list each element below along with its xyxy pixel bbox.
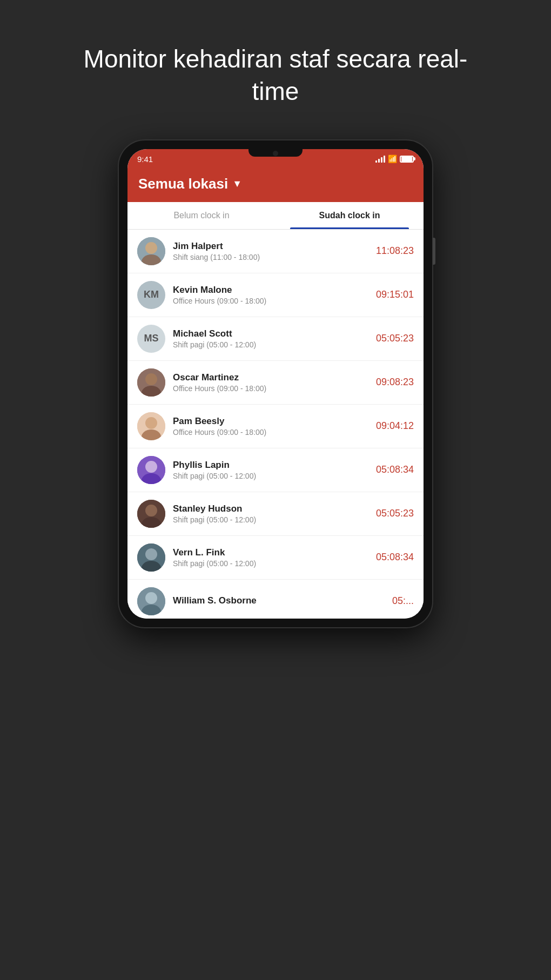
employee-info: Kevin Malone Office Hours (09:00 - 18:00… (173, 285, 368, 305)
employee-name: Michael Scott (173, 328, 368, 339)
list-item[interactable]: Phyllis Lapin Shift pagi (05:00 - 12:00)… (127, 448, 424, 492)
svg-point-1 (145, 242, 157, 254)
clock-in-time: 05:05:23 (376, 333, 414, 344)
clock-in-time: 05:08:34 (376, 464, 414, 475)
employee-shift: Shift pagi (05:00 - 12:00) (173, 340, 368, 349)
clock-in-time: 09:15:01 (376, 289, 414, 300)
avatar (137, 543, 165, 572)
avatar (137, 456, 165, 484)
employee-list: Jim Halpert Shift siang (11:00 - 18:00) … (127, 230, 424, 619)
dropdown-arrow-icon[interactable]: ▼ (232, 178, 242, 190)
employee-name: Oscar Martinez (173, 372, 368, 383)
clock-in-time: 11:08:23 (376, 245, 414, 257)
employee-info: Phyllis Lapin Shift pagi (05:00 - 12:00) (173, 460, 368, 480)
status-time: 9:41 (137, 155, 153, 164)
battery-icon (400, 156, 414, 163)
wifi-icon: 📶 (388, 155, 397, 163)
employee-info: Oscar Martinez Office Hours (09:00 - 18:… (173, 372, 368, 393)
list-item[interactable]: Stanley Hudson Shift pagi (05:00 - 12:00… (127, 492, 424, 536)
app-header: Semua lokasi ▼ (127, 168, 424, 202)
employee-name: Pam Beesly (173, 416, 368, 427)
list-item[interactable]: Oscar Martinez Office Hours (09:00 - 18:… (127, 361, 424, 405)
employee-info: William S. Osborne (173, 595, 385, 607)
svg-point-10 (145, 461, 157, 473)
avatar: MS (137, 325, 165, 353)
clock-in-time: 05:08:34 (376, 552, 414, 563)
avatar (137, 412, 165, 440)
status-icons: 📶 (375, 155, 414, 163)
employee-info: Vern L. Fink Shift pagi (05:00 - 12:00) (173, 547, 368, 568)
employee-name: Kevin Malone (173, 285, 368, 296)
status-bar: 9:41 📶 (127, 149, 424, 168)
side-button (433, 238, 435, 265)
employee-info: Pam Beesly Office Hours (09:00 - 18:00) (173, 416, 368, 437)
list-item[interactable]: Pam Beesly Office Hours (09:00 - 18:00) … (127, 405, 424, 448)
tab-belum-clock-in[interactable]: Belum clock in (127, 202, 276, 229)
list-item[interactable]: MS Michael Scott Shift pagi (05:00 - 12:… (127, 317, 424, 361)
employee-shift: Shift pagi (05:00 - 12:00) (173, 515, 368, 524)
phone-frame: 9:41 📶 Semua lokasi ▼ Belum (119, 140, 432, 627)
location-selector[interactable]: Semua lokasi (138, 176, 228, 192)
list-item[interactable]: Vern L. Fink Shift pagi (05:00 - 12:00) … (127, 536, 424, 580)
employee-shift: Office Hours (09:00 - 18:00) (173, 297, 368, 305)
tabs-bar: Belum clock in Sudah clock in (127, 202, 424, 230)
svg-point-7 (145, 417, 157, 429)
employee-info: Jim Halpert Shift siang (11:00 - 18:00) (173, 241, 368, 261)
employee-shift: Office Hours (09:00 - 18:00) (173, 428, 368, 437)
avatar (137, 368, 165, 397)
svg-point-13 (145, 505, 157, 516)
tab-sudah-clock-in[interactable]: Sudah clock in (276, 202, 424, 229)
employee-shift: Shift pagi (05:00 - 12:00) (173, 472, 368, 480)
employee-name: William S. Osborne (173, 595, 385, 606)
avatar (137, 500, 165, 528)
employee-name: Phyllis Lapin (173, 460, 368, 471)
clock-in-time: 09:04:12 (376, 420, 414, 432)
clock-in-time: 09:08:23 (376, 377, 414, 388)
notch (248, 149, 303, 157)
svg-point-16 (145, 548, 157, 560)
avatar (137, 587, 165, 615)
clock-in-time: 05:05:23 (376, 508, 414, 519)
camera (273, 151, 278, 156)
svg-point-4 (145, 373, 157, 385)
avatar: KM (137, 281, 165, 309)
list-item[interactable]: KM Kevin Malone Office Hours (09:00 - 18… (127, 273, 424, 317)
employee-info: Michael Scott Shift pagi (05:00 - 12:00) (173, 328, 368, 349)
avatar (137, 237, 165, 265)
employee-name: Jim Halpert (173, 241, 368, 252)
employee-info: Stanley Hudson Shift pagi (05:00 - 12:00… (173, 504, 368, 524)
clock-in-time: 05:... (392, 595, 414, 607)
svg-point-19 (145, 592, 157, 604)
list-item[interactable]: William S. Osborne 05:... (127, 580, 424, 619)
employee-shift: Shift pagi (05:00 - 12:00) (173, 559, 368, 568)
signal-icon (375, 155, 385, 163)
employee-shift: Shift siang (11:00 - 18:00) (173, 253, 368, 261)
employee-shift: Office Hours (09:00 - 18:00) (173, 384, 368, 393)
list-item[interactable]: Jim Halpert Shift siang (11:00 - 18:00) … (127, 230, 424, 273)
employee-name: Vern L. Fink (173, 547, 368, 558)
employee-name: Stanley Hudson (173, 504, 368, 514)
phone-screen: 9:41 📶 Semua lokasi ▼ Belum (127, 149, 424, 619)
page-title: Monitor kehadiran staf secara real-time (73, 43, 478, 108)
